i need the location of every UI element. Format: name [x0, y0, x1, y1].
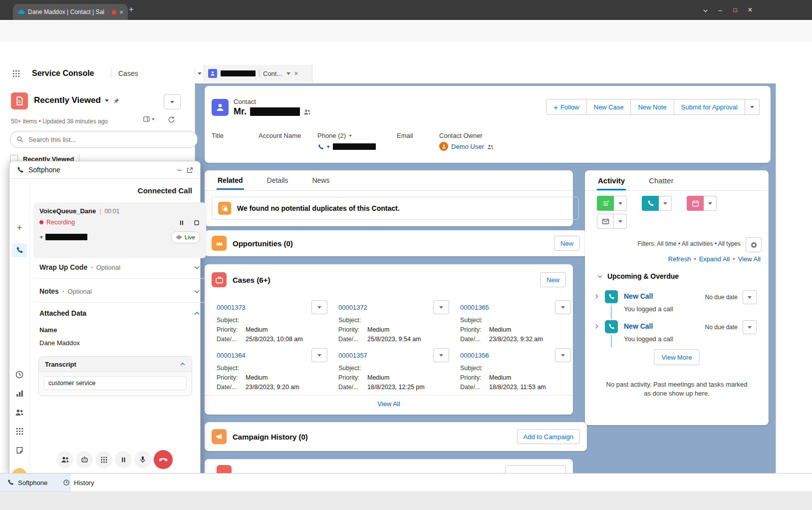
notes-icon[interactable]: [9, 446, 29, 455]
tab-related[interactable]: Related: [217, 171, 244, 190]
metrics-chart-icon[interactable]: [9, 389, 29, 398]
wrap-up-code-section[interactable]: Wrap Up Code • Optional: [33, 256, 206, 279]
agent-assist-button[interactable]: [76, 451, 93, 468]
end-call-button[interactable]: [154, 450, 173, 469]
app-launcher-waffle-icon[interactable]: [12, 69, 20, 78]
contacts-icon[interactable]: [9, 408, 29, 417]
new-case-button[interactable]: New: [540, 272, 566, 287]
new-opportunity-button[interactable]: New: [554, 236, 580, 251]
campaign-history-title-link[interactable]: Campaign History (0): [233, 433, 308, 441]
tab-chatter[interactable]: Chatter: [648, 171, 674, 190]
transcript-text-field[interactable]: customer service: [44, 376, 187, 390]
activity-item-title-link[interactable]: New Call: [624, 322, 653, 330]
chevron-down-icon[interactable]: [349, 135, 352, 137]
owner-link[interactable]: Demo User: [451, 143, 484, 150]
pin-icon[interactable]: [113, 96, 120, 104]
chevron-down-icon[interactable]: [286, 72, 290, 75]
apps-grid-icon[interactable]: [9, 427, 29, 436]
list-actions-button[interactable]: [164, 94, 181, 109]
new-task-dropdown[interactable]: [614, 196, 627, 211]
live-transcription-badge[interactable]: Live: [171, 231, 200, 243]
tab-close-icon[interactable]: ×: [119, 8, 123, 16]
new-task-button[interactable]: [597, 196, 614, 211]
refresh-link[interactable]: Refresh: [668, 255, 691, 263]
active-call-icon[interactable]: [9, 243, 29, 257]
hierarchy-icon[interactable]: [303, 107, 311, 115]
history-icon[interactable]: [9, 370, 29, 379]
expand-all-link[interactable]: Expand All: [699, 255, 730, 263]
pause-recording-icon[interactable]: [178, 218, 185, 226]
add-to-campaign-button[interactable]: Add to Campaign: [517, 429, 580, 444]
popout-icon[interactable]: [186, 166, 193, 174]
tab-close-icon[interactable]: ×: [294, 69, 298, 77]
tab-news[interactable]: News: [311, 171, 330, 190]
activity-item-title-link[interactable]: New Call: [624, 292, 653, 300]
utility-item-history[interactable]: History: [56, 474, 120, 492]
browser-tab[interactable]: Dane Maddox | Contact | Sal ×: [13, 4, 128, 20]
notes-section[interactable]: Notes • Optional: [33, 280, 206, 303]
case-number-link[interactable]: 00001357: [338, 352, 367, 359]
log-call-button[interactable]: [642, 196, 659, 211]
change-owner-icon[interactable]: [487, 142, 494, 150]
submit-for-approval-button[interactable]: Submit for Approval: [674, 99, 745, 115]
expand-chevron-icon[interactable]: [594, 324, 599, 329]
new-note-button[interactable]: New Note: [631, 99, 674, 115]
new-tab-button[interactable]: +: [129, 4, 134, 14]
window-close-button[interactable]: ×: [743, 5, 758, 14]
new-case-button[interactable]: New Case: [587, 99, 631, 115]
case-row-actions-button[interactable]: [433, 300, 449, 314]
expand-chevron-icon[interactable]: [594, 294, 599, 299]
cases-title-link[interactable]: Cases (6+): [233, 276, 270, 284]
log-call-dropdown[interactable]: [659, 196, 672, 211]
list-meta: 50+ items • Updated 38 minutes ago: [11, 118, 108, 125]
nav-tab-cases[interactable]: Cases: [111, 65, 209, 82]
dialpad-button[interactable]: [95, 451, 112, 468]
activity-item-actions-button[interactable]: [743, 290, 757, 304]
case-row-actions-button[interactable]: [555, 300, 571, 314]
list-search[interactable]: [10, 131, 198, 148]
attached-data-section[interactable]: Attached Data: [33, 304, 206, 322]
window-profile-chevron-icon[interactable]: [698, 6, 713, 14]
opportunities-title-link[interactable]: Opportunities (0): [233, 239, 293, 248]
list-search-input[interactable]: [27, 135, 191, 144]
tab-details[interactable]: Details: [266, 171, 289, 190]
mute-button[interactable]: [134, 451, 151, 468]
stop-recording-icon[interactable]: [193, 218, 200, 226]
case-number-link[interactable]: 00001372: [338, 304, 367, 311]
hold-button[interactable]: [115, 451, 132, 468]
case-row-actions-button[interactable]: [311, 348, 327, 362]
window-maximize-button[interactable]: □: [728, 6, 743, 13]
view-all-link[interactable]: View All: [738, 255, 761, 263]
activity-settings-button[interactable]: [746, 237, 762, 252]
chevron-down-icon[interactable]: [198, 72, 202, 75]
new-event-dropdown[interactable]: [704, 196, 717, 211]
transcript-header[interactable]: Transcript: [39, 357, 192, 372]
partial-button[interactable]: [505, 465, 566, 473]
case-number-link[interactable]: 00001356: [460, 352, 489, 359]
new-event-button[interactable]: [687, 196, 704, 211]
more-actions-button[interactable]: [745, 99, 760, 115]
case-row-actions-button[interactable]: [433, 348, 449, 362]
add-icon[interactable]: +: [9, 222, 29, 233]
view-more-button[interactable]: View More: [654, 349, 699, 365]
window-minimize-button[interactable]: –: [713, 6, 728, 14]
email-button[interactable]: [597, 214, 614, 229]
minimize-icon[interactable]: –: [177, 165, 182, 174]
refresh-icon[interactable]: [168, 115, 175, 123]
display-as-icon[interactable]: [143, 115, 155, 123]
follow-button[interactable]: +Follow: [546, 99, 586, 115]
upcoming-overdue-section[interactable]: Upcoming & Overdue: [597, 272, 679, 280]
add-participant-button[interactable]: [56, 451, 73, 468]
case-number-link[interactable]: 00001365: [460, 304, 489, 311]
case-row-actions-button[interactable]: [555, 348, 571, 362]
cases-view-all-link[interactable]: View All: [205, 400, 573, 408]
case-number-link[interactable]: 00001373: [217, 304, 246, 311]
case-row-actions-button[interactable]: [311, 300, 327, 314]
activity-item-actions-button[interactable]: [743, 320, 757, 334]
browser-tab-title: Dane Maddox | Contact | Sal: [28, 8, 109, 15]
chevron-down-icon[interactable]: [105, 99, 109, 102]
email-dropdown[interactable]: [614, 214, 627, 229]
workspace-tab-contact[interactable]: Cont... ×: [204, 65, 312, 82]
tab-activity[interactable]: Activity: [597, 171, 626, 190]
case-number-link[interactable]: 00001364: [217, 352, 246, 359]
